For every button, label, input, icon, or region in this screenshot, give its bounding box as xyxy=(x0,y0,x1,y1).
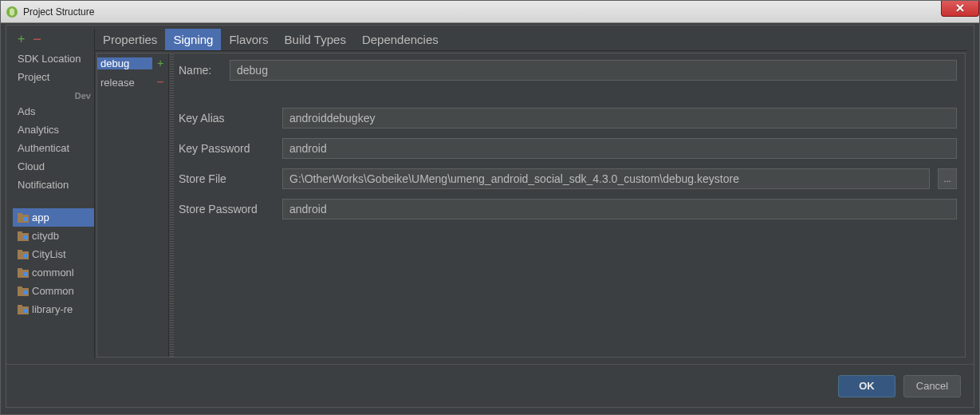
svg-rect-3 xyxy=(24,217,28,221)
module-citydb[interactable]: citydb xyxy=(13,227,94,245)
sidebar-item-analytics[interactable]: Analytics xyxy=(13,121,94,139)
store-file-input[interactable] xyxy=(282,168,930,189)
svg-rect-5 xyxy=(18,231,22,235)
tab-build-types[interactable]: Build Types xyxy=(277,29,354,50)
module-app[interactable]: app xyxy=(13,208,94,227)
key-password-label: Key Password xyxy=(179,142,274,155)
svg-rect-6 xyxy=(24,235,28,239)
tab-signing[interactable]: Signing xyxy=(165,29,221,50)
module-icon xyxy=(18,231,29,241)
tabs: Properties Signing Flavors Build Types D… xyxy=(95,29,967,51)
module-icon xyxy=(18,250,29,259)
module-icon xyxy=(18,287,29,296)
app-icon xyxy=(6,6,18,18)
store-password-label: Store Password xyxy=(179,203,274,215)
module-common[interactable]: Common xyxy=(13,282,94,300)
module-label: commonl xyxy=(32,267,74,279)
svg-rect-14 xyxy=(18,287,22,290)
add-section-button[interactable]: + xyxy=(18,32,25,46)
svg-rect-18 xyxy=(24,309,28,313)
module-label: app xyxy=(32,211,49,223)
close-button[interactable] xyxy=(941,0,979,17)
module-icon xyxy=(18,268,29,278)
svg-rect-17 xyxy=(18,305,22,308)
add-config-button[interactable]: + xyxy=(152,57,168,69)
module-label: citydb xyxy=(32,230,59,242)
key-password-input[interactable] xyxy=(282,138,957,159)
sidebar-item-sdk-location[interactable]: SDK Location xyxy=(13,49,94,68)
bottom-bar: OK Cancel xyxy=(6,364,974,407)
signing-panel: debug + release − Name: Key Alias xyxy=(96,53,966,358)
svg-rect-15 xyxy=(24,290,28,294)
store-file-label: Store File xyxy=(179,172,274,185)
key-alias-input[interactable] xyxy=(282,108,957,128)
tab-properties[interactable]: Properties xyxy=(95,29,165,50)
browse-button[interactable]: ... xyxy=(938,168,957,189)
tab-dependencies[interactable]: Dependencies xyxy=(354,29,447,50)
sidebar-item-cloud[interactable]: Cloud xyxy=(13,157,94,176)
name-input[interactable] xyxy=(230,60,957,81)
config-release[interactable]: release xyxy=(97,77,152,89)
ok-button[interactable]: OK xyxy=(838,375,895,397)
left-list: SDK Location Project Dev Ads Analytics A… xyxy=(13,49,94,359)
window-title: Project Structure xyxy=(23,6,94,18)
sidebar-item-ads[interactable]: Ads xyxy=(13,102,94,121)
svg-rect-12 xyxy=(24,272,28,276)
dialog-frame: + − SDK Location Project Dev Ads Analyti… xyxy=(6,25,974,408)
sidebar-group-developer: Dev xyxy=(13,86,94,102)
store-password-input[interactable] xyxy=(282,199,957,219)
key-alias-label: Key Alias xyxy=(179,112,274,125)
left-toolbar: + − xyxy=(13,29,94,49)
name-label: Name: xyxy=(179,64,222,77)
svg-rect-11 xyxy=(18,268,22,271)
module-label: Common xyxy=(32,285,74,297)
sidebar-item-project[interactable]: Project xyxy=(13,68,94,86)
remove-config-button[interactable]: − xyxy=(152,78,168,86)
left-panel: + − SDK Location Project Dev Ads Analyti… xyxy=(13,29,94,359)
module-icon xyxy=(18,305,29,314)
config-debug[interactable]: debug xyxy=(97,57,152,69)
sidebar-item-authentication[interactable]: Authenticat xyxy=(13,139,94,157)
svg-rect-8 xyxy=(18,250,22,253)
module-commonl[interactable]: commonl xyxy=(13,263,94,282)
module-library-re[interactable]: library-re xyxy=(13,300,94,318)
sidebar-item-notifications[interactable]: Notification xyxy=(13,176,94,194)
cancel-button[interactable]: Cancel xyxy=(903,375,961,397)
svg-rect-9 xyxy=(24,254,28,258)
module-label: library-re xyxy=(32,303,73,315)
module-label: CityList xyxy=(32,248,66,260)
signing-form: Name: Key Alias Key Password Store File xyxy=(174,53,965,357)
config-list: debug + release − xyxy=(97,53,169,357)
svg-rect-2 xyxy=(18,213,22,216)
close-icon xyxy=(955,3,965,13)
right-panel: Properties Signing Flavors Build Types D… xyxy=(94,29,967,359)
titlebar: Project Structure xyxy=(1,1,979,23)
module-icon xyxy=(18,213,29,223)
content-area: + − SDK Location Project Dev Ads Analyti… xyxy=(13,29,967,359)
module-citylist[interactable]: CityList xyxy=(13,245,94,263)
tab-flavors[interactable]: Flavors xyxy=(221,29,276,50)
remove-section-button[interactable]: − xyxy=(33,35,41,43)
